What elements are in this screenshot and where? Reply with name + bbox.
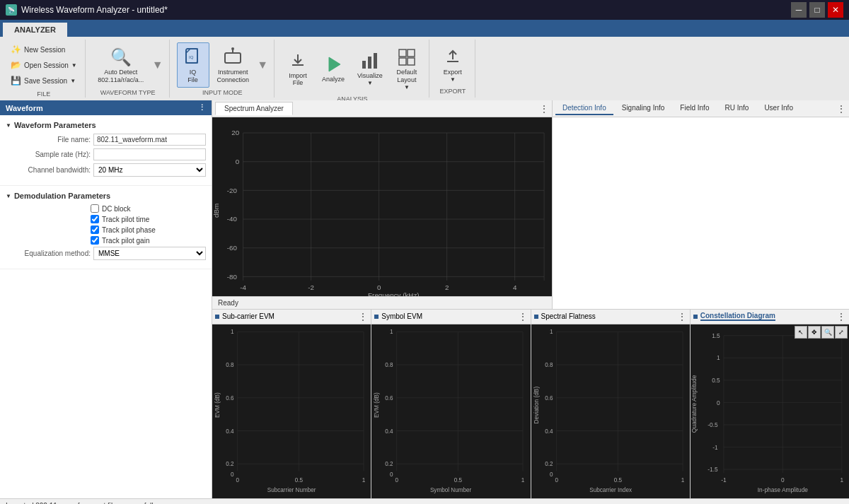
- svg-text:0.2: 0.2: [385, 461, 393, 467]
- file-name-row: File name: 802.11_waveform.mat: [6, 134, 206, 146]
- dc-block-checkbox[interactable]: [91, 204, 99, 213]
- svg-text:Subcarrier Number: Subcarrier Number: [267, 486, 316, 493]
- iq-file-icon: IQ: [182, 46, 204, 69]
- svg-text:0: 0: [395, 477, 399, 484]
- svg-text:1: 1: [717, 354, 720, 361]
- iq-file-label: IQFile: [187, 69, 198, 84]
- symbol-evm-chart-wrapper: 1 0.8 0.6 0.4 0.2 0 0 0.5 1 Symbol Numbe…: [371, 324, 530, 498]
- detection-content: [553, 117, 849, 309]
- export-button[interactable]: Export ▼: [437, 42, 469, 86]
- panel-indicator: [374, 315, 379, 319]
- detection-tab-bar: Detection Info Signaling Info Field Info…: [553, 100, 849, 117]
- new-session-icon: ✨: [11, 45, 21, 54]
- field-info-tab[interactable]: Field Info: [673, 102, 716, 115]
- svg-text:EVM (dB): EVM (dB): [214, 392, 221, 418]
- constellation-tool-cursor[interactable]: ↖: [795, 326, 807, 339]
- iq-file-button[interactable]: IQ IQFile: [177, 42, 209, 88]
- subcarrier-evm-chart: 1 0.8 0.6 0.4 0.2 0 0 0.5 1 Subcarrier N…: [212, 324, 371, 498]
- svg-text:0.6: 0.6: [226, 395, 234, 402]
- panel-indicator: [534, 315, 538, 319]
- svg-rect-13: [212, 117, 552, 296]
- maximize-button[interactable]: □: [809, 2, 825, 18]
- open-session-button[interactable]: 📂 Open Session ▼: [6, 58, 82, 72]
- track-pilot-time-checkbox[interactable]: [91, 215, 99, 223]
- file-group-label: FILE: [6, 90, 82, 98]
- waveform-type-label: WAVEFORM TYPE: [100, 89, 156, 96]
- equalization-select[interactable]: MMSE LS: [93, 247, 206, 260]
- svg-text:-1: -1: [721, 476, 727, 484]
- instrument-icon: [221, 46, 244, 69]
- symbol-evm-chart: 1 0.8 0.6 0.4 0.2 0 0 0.5 1 Symbol Numbe…: [371, 324, 530, 498]
- auto-detect-label: Auto Detect802.11a/r/ac/a...: [98, 69, 144, 84]
- spectrum-analyzer-panel: Spectrum Analyzer ⋮: [212, 100, 552, 309]
- constellation-tool-zoom[interactable]: 🔍: [821, 326, 834, 339]
- waveform-dropdown-arrow[interactable]: ▼: [152, 59, 163, 71]
- constellation-tool-pan[interactable]: ✥: [808, 326, 821, 339]
- spectral-flatness-menu[interactable]: ⋮: [677, 311, 687, 322]
- svg-text:1: 1: [231, 329, 234, 335]
- detection-info-tab[interactable]: Detection Info: [555, 102, 613, 115]
- svg-text:0: 0: [377, 283, 381, 291]
- minimize-button[interactable]: ─: [791, 2, 807, 18]
- demod-collapse-triangle[interactable]: ▼: [6, 193, 11, 199]
- track-pilot-time-label: Track pilot time: [102, 216, 149, 223]
- svg-text:0: 0: [781, 476, 785, 484]
- spectrum-menu[interactable]: ⋮: [539, 103, 549, 115]
- svg-text:-1: -1: [712, 443, 718, 450]
- svg-rect-6: [362, 61, 366, 69]
- collapse-triangle[interactable]: ▼: [6, 122, 11, 129]
- svg-text:Subcarrier Index: Subcarrier Index: [589, 486, 633, 493]
- svg-text:1: 1: [840, 476, 843, 484]
- signaling-info-tab[interactable]: Signaling Info: [615, 102, 672, 115]
- window-title: Wireless Waveform Analyzer - untitled*: [21, 5, 168, 15]
- constellation-tool-fit[interactable]: ⤢: [835, 326, 848, 339]
- svg-text:0.4: 0.4: [545, 428, 553, 434]
- svg-text:0.4: 0.4: [385, 428, 393, 434]
- panel-menu-icon[interactable]: ⋮: [198, 103, 206, 112]
- detection-menu[interactable]: ⋮: [836, 103, 846, 115]
- spectrum-analyzer-tab[interactable]: Spectrum Analyzer: [215, 102, 293, 115]
- svg-text:1: 1: [362, 477, 366, 484]
- constellation-menu[interactable]: ⋮: [836, 311, 846, 322]
- channel-bw-select[interactable]: 20 MHz 40 MHz 80 MHz: [93, 163, 206, 177]
- svg-text:0: 0: [550, 471, 553, 478]
- symbol-evm-menu[interactable]: ⋮: [518, 311, 528, 322]
- spectral-flatness-tab[interactable]: Spectral Flatness: [541, 312, 596, 320]
- track-pilot-phase-checkbox[interactable]: [91, 225, 99, 234]
- status-bar: Imported 802.11_waveform.mat file succes…: [0, 498, 849, 504]
- visualize-button[interactable]: Visualize ▼: [352, 46, 388, 90]
- svg-rect-12: [408, 58, 415, 65]
- subcarrier-evm-tab[interactable]: Sub-carrier EVM: [222, 312, 275, 320]
- input-dropdown-arrow[interactable]: ▼: [257, 59, 268, 71]
- import-file-button[interactable]: ImportFile: [282, 46, 314, 91]
- subcarrier-evm-menu[interactable]: ⋮: [358, 311, 368, 322]
- waveform-panel-title: Waveform: [6, 104, 43, 112]
- default-layout-button[interactable]: DefaultLayout ▼: [391, 42, 423, 94]
- tab-analyzer[interactable]: ANALYZER: [3, 23, 67, 37]
- svg-text:1: 1: [681, 477, 684, 484]
- auto-detect-button[interactable]: 🔍 Auto Detect802.11a/r/ac/a...: [93, 42, 149, 88]
- symbol-evm-tab[interactable]: Symbol EVM: [381, 312, 422, 320]
- ru-info-tab[interactable]: RU Info: [717, 102, 756, 115]
- track-pilot-gain-checkbox[interactable]: [91, 236, 99, 245]
- sample-rate-input[interactable]: 40000000: [93, 148, 206, 160]
- new-session-button[interactable]: ✨ New Session: [6, 42, 82, 57]
- svg-rect-7: [368, 57, 371, 69]
- close-button[interactable]: ✕: [828, 2, 843, 18]
- user-info-tab[interactable]: User Info: [757, 102, 800, 115]
- equalization-label: Equalization method:: [6, 250, 91, 257]
- right-area: Spectrum Analyzer ⋮: [212, 100, 849, 498]
- constellation-tab[interactable]: Constellation Diagram: [700, 312, 775, 321]
- subcarrier-evm-tab-bar: Sub-carrier EVM ⋮: [212, 310, 371, 324]
- default-layout-label: DefaultLayout: [397, 69, 417, 84]
- svg-text:0.4: 0.4: [226, 428, 234, 434]
- instrument-connection-button[interactable]: InstrumentConnection: [212, 42, 255, 88]
- equalization-method-row: Equalization method: MMSE LS: [6, 247, 206, 260]
- analyze-button[interactable]: Analyze: [317, 49, 350, 87]
- svg-text:1: 1: [390, 329, 393, 335]
- visualize-icon: [359, 49, 381, 72]
- analysis-group: ImportFile Analyze Visua: [276, 40, 429, 98]
- constellation-toolbar: ↖ ✥ 🔍 ⤢: [795, 326, 848, 339]
- track-pilot-gain-row: Track pilot gain: [6, 236, 206, 245]
- save-session-button[interactable]: 💾 Save Session ▼: [6, 74, 82, 88]
